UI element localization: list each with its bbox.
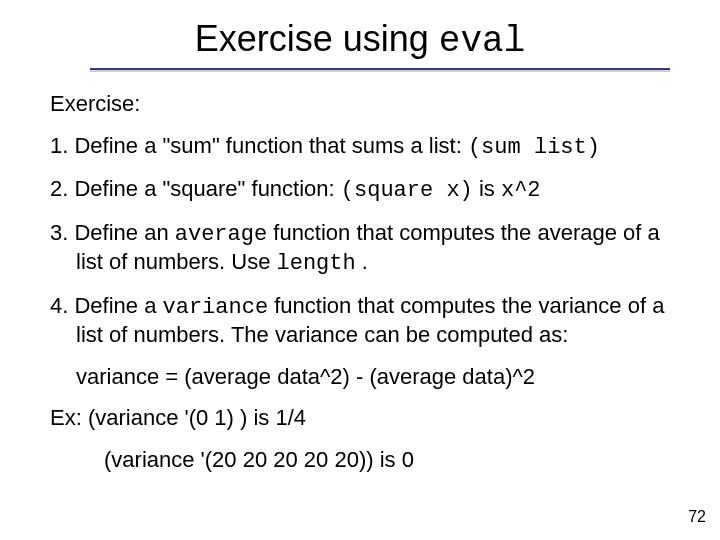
item3-pre: 3. Define an bbox=[50, 220, 175, 245]
title-underline bbox=[90, 68, 670, 70]
page-number: 72 bbox=[688, 508, 706, 526]
item2-text: 2. Define a "square" function: bbox=[50, 176, 341, 201]
title-code: eval bbox=[439, 21, 525, 62]
item4-code1: variance bbox=[163, 295, 269, 320]
item3-code1: average bbox=[175, 222, 267, 247]
title-text: Exercise using bbox=[195, 18, 439, 59]
item3-tail: . bbox=[356, 249, 368, 274]
item2-code1: (square x) bbox=[341, 178, 473, 203]
item4-pre: 4. Define a bbox=[50, 293, 163, 318]
item2-code2: x^2 bbox=[501, 178, 541, 203]
title-area: Exercise using eval bbox=[0, 18, 720, 70]
example-line-1: Ex: (variance '(0 1) ) is 1/4 bbox=[50, 404, 670, 432]
exercise-heading: Exercise: bbox=[50, 90, 670, 118]
list-item: 2. Define a "square" function: (square x… bbox=[50, 175, 670, 205]
slide-title: Exercise using eval bbox=[195, 18, 526, 68]
item1-code: (sum list) bbox=[468, 135, 600, 160]
slide-body: Exercise: 1. Define a "sum" function tha… bbox=[50, 90, 670, 487]
slide: Exercise using eval Exercise: 1. Define … bbox=[0, 0, 720, 540]
example-line-2: (variance '(20 20 20 20 20)) is 0 bbox=[50, 446, 670, 474]
list-item: 1. Define a "sum" function that sums a l… bbox=[50, 132, 670, 162]
formula-line: variance = (average data^2) - (average d… bbox=[50, 363, 670, 391]
item1-text: 1. Define a "sum" function that sums a l… bbox=[50, 133, 468, 158]
item3-code2: length bbox=[277, 251, 356, 276]
item2-mid: is bbox=[473, 176, 501, 201]
list-item: 4. Define a variance function that compu… bbox=[50, 292, 670, 349]
list-item: 3. Define an average function that compu… bbox=[50, 219, 670, 278]
